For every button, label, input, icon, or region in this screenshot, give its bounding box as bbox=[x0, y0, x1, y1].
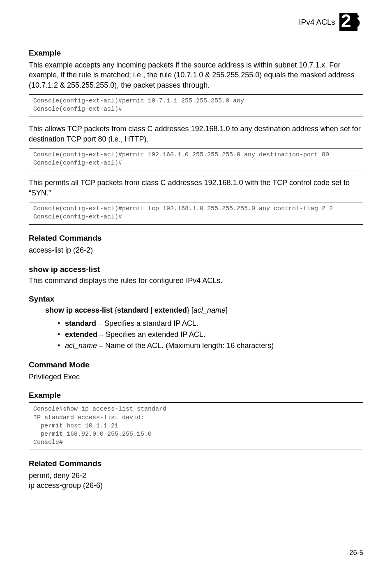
example4-code: Console#show ip access-list standard IP … bbox=[29, 402, 363, 450]
example2-paragraph: This allows TCP packets from class C add… bbox=[29, 124, 363, 144]
syntax-bullet-extended: extended – Specifies an extended IP ACL. bbox=[58, 329, 363, 340]
related2-line1: permit, deny 26-2 bbox=[29, 471, 363, 480]
syntax-brace-open: { bbox=[113, 306, 117, 314]
example1-code: Console(config-ext-acl)#permit 10.7.1.1 … bbox=[29, 94, 363, 117]
syntax-line: show ip access-list {standard | extended… bbox=[45, 306, 363, 315]
syntax-extended: extended bbox=[154, 306, 187, 314]
syntax-bullet-list: standard – Specifies a standard IP ACL. … bbox=[58, 318, 363, 351]
syntax-bullet-aclname: acl_name – Name of the ACL. (Maximum len… bbox=[58, 340, 363, 351]
syntax-brace-close: } [ bbox=[187, 306, 194, 314]
page-header: IPv4 ACLs 26 bbox=[299, 13, 363, 31]
syntax-bracket-close: ] bbox=[226, 306, 228, 314]
bullet1-bold: standard bbox=[65, 319, 96, 327]
example2-code: Console(config-ext-acl)#permit 192.168.1… bbox=[29, 148, 363, 171]
example-heading-2: Example bbox=[29, 391, 363, 400]
bullet2-bold: extended bbox=[65, 330, 97, 339]
related-commands-heading-1: Related Commands bbox=[29, 234, 363, 243]
related1-line: access-list ip (26-2) bbox=[29, 245, 363, 255]
related-commands-heading-2: Related Commands bbox=[29, 459, 363, 468]
example1-paragraph: This example accepts any incoming packet… bbox=[29, 60, 363, 90]
syntax-heading: Syntax bbox=[29, 295, 363, 304]
example3-code: Console(config-ext-acl)#permit tcp 192.1… bbox=[29, 202, 363, 225]
example-heading-1: Example bbox=[29, 49, 363, 58]
command-description: This command displays the rules for conf… bbox=[29, 276, 363, 286]
syntax-bullet-standard: standard – Specifies a standard IP ACL. bbox=[58, 318, 363, 329]
command-mode-heading: Command Mode bbox=[29, 360, 363, 369]
related2-line2: ip access-group (26-6) bbox=[29, 480, 363, 490]
chapter-number-badge: 26 bbox=[339, 13, 363, 31]
syntax-pipe: | bbox=[148, 306, 154, 314]
header-section-label: IPv4 ACLs bbox=[299, 18, 335, 27]
syntax-aclname: acl_name bbox=[194, 306, 226, 314]
bullet3-ital: acl_name bbox=[65, 341, 97, 350]
example3-paragraph: This permits all TCP packets from class … bbox=[29, 178, 363, 198]
bullet3-rest: – Name of the ACL. (Maximum length: 16 c… bbox=[97, 341, 274, 350]
page-number: 26-5 bbox=[349, 549, 363, 557]
bullet1-rest: – Specifies a standard IP ACL. bbox=[96, 319, 198, 327]
bullet2-rest: – Specifies an extended IP ACL. bbox=[97, 330, 205, 339]
command-mode-line: Privileged Exec bbox=[29, 372, 363, 382]
syntax-standard: standard bbox=[117, 306, 148, 314]
command-name: show ip access-list bbox=[29, 265, 363, 274]
syntax-cmd: show ip access-list bbox=[45, 306, 113, 314]
